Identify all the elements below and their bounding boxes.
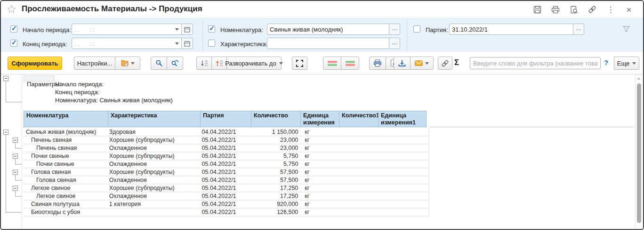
end-period-input[interactable] <box>72 38 193 49</box>
save-file-button[interactable] <box>394 57 411 70</box>
collapse-params-group-box[interactable] <box>3 76 8 81</box>
table-row[interactable]: Биоотходы с убоя05.04.2022/1126,500кг <box>24 208 429 216</box>
cell-qty: 17,250 <box>252 192 302 200</box>
highlight-red-green-button[interactable] <box>323 57 341 70</box>
vertical-scrollbar[interactable] <box>635 74 642 229</box>
find-next-button[interactable] <box>167 57 183 70</box>
column-header[interactable]: Единица измерения1 <box>378 111 427 127</box>
chevron-down-icon[interactable] <box>173 38 181 49</box>
collapse-groups-button[interactable] <box>211 57 227 70</box>
header-underline <box>429 127 634 127</box>
chevron-down-icon <box>279 62 283 65</box>
table-row[interactable]: Почки свиныеХорошее (субпродукты)05.04.2… <box>24 152 429 160</box>
tree-line <box>15 164 22 164</box>
save-icon[interactable] <box>532 5 542 14</box>
generate-button[interactable]: Сформировать <box>8 57 62 70</box>
nomenclature-input[interactable]: ... <box>267 24 400 35</box>
table-row[interactable]: Свиная полутуша1 категория05.04.2022/192… <box>24 200 429 208</box>
nomenclature-field[interactable] <box>267 24 389 34</box>
collapse-group-box[interactable] <box>13 154 18 159</box>
calendar-icon[interactable] <box>181 24 193 34</box>
collapse-group-box[interactable] <box>13 170 18 175</box>
expand-groups-icon <box>201 60 208 67</box>
start-period-field[interactable] <box>72 24 173 34</box>
search-group <box>151 57 183 70</box>
cell-unit1 <box>380 160 429 168</box>
characteristic-checkbox[interactable] <box>208 40 215 47</box>
preview-icon[interactable] <box>569 5 579 14</box>
column-header[interactable]: Количество1 <box>339 111 378 127</box>
report-area: Параметры: Начало периода: Конец периода… <box>1 74 643 229</box>
quick-filter-input[interactable] <box>470 57 601 69</box>
scroll-up-arrow-icon[interactable] <box>637 77 641 80</box>
cell-qty: 920,000 <box>252 200 302 208</box>
column-header[interactable]: Партия <box>200 111 251 127</box>
column-header[interactable]: Характеристика <box>108 111 201 127</box>
cell-unit: кг <box>302 128 341 136</box>
start-period-checkbox[interactable] <box>10 25 17 33</box>
green-red-bars-icon <box>345 60 355 67</box>
characteristic-lookup-button[interactable]: ... <box>389 38 400 49</box>
start-period-input[interactable] <box>72 24 193 35</box>
find-button[interactable] <box>151 57 167 70</box>
nomenclature-checkbox[interactable] <box>208 25 215 33</box>
cell-unit: кг <box>302 208 341 216</box>
more-icon[interactable]: ⋮ <box>606 5 615 14</box>
red-green-bars-icon <box>327 60 338 67</box>
column-header[interactable]: Номенклатура <box>24 111 108 127</box>
expand-to-button[interactable]: Разворачивать до <box>226 57 282 70</box>
report-window: Прослеживаемость Материалы -> Продукция … <box>0 0 644 230</box>
column-header[interactable]: Количество <box>251 111 301 127</box>
batch-input[interactable]: ... <box>449 24 584 35</box>
expand-groups-button[interactable] <box>196 57 212 70</box>
cell-name: Биоотходы с убоя <box>24 208 108 216</box>
batch-field[interactable] <box>450 24 573 34</box>
table-row[interactable]: Легкое свиноеХорошее (субпродукты)05.04.… <box>24 184 429 192</box>
parameter-line: Конец периода: <box>55 89 99 96</box>
more-actions-button[interactable]: Еще <box>614 57 639 70</box>
send-mail-button[interactable] <box>410 57 434 70</box>
get-link-icon[interactable] <box>588 5 597 14</box>
end-period-field[interactable] <box>72 38 173 49</box>
favorite-star-icon[interactable] <box>7 5 16 14</box>
cell-name: Свинья живая (молодняк) <box>24 128 108 136</box>
expand-to-label: Разворачивать до <box>225 60 276 67</box>
table-row[interactable]: Голова свинаяОхлажденное05.04.2022/157,5… <box>24 176 429 184</box>
report-variants-button[interactable] <box>115 57 140 70</box>
nomenclature-lookup-button[interactable]: ... <box>389 24 400 34</box>
print-button[interactable] <box>369 57 386 70</box>
collapse-group-box[interactable] <box>13 186 18 191</box>
table-row[interactable]: Почки свиныеОхлажденное05.04.2022/15,750… <box>24 160 429 168</box>
cell-batch: 05.04.2022/1 <box>201 160 252 168</box>
report-toolbar: Сформировать Настройки... Р <box>1 52 643 74</box>
characteristic-field[interactable] <box>267 38 389 49</box>
table-row[interactable]: Голова свинаяХорошее (субпродукты)05.04.… <box>24 168 429 176</box>
settings-button[interactable]: Настройки... <box>74 57 115 70</box>
collapse-group-box[interactable] <box>13 138 18 143</box>
table-row[interactable]: Печень свинаяХорошее (субпродукты)05.04.… <box>24 136 429 144</box>
report-link-button[interactable] <box>438 57 452 70</box>
column-header[interactable]: Единица измерения <box>300 111 339 127</box>
close-icon[interactable]: × <box>624 5 634 14</box>
collapse-group-box[interactable] <box>3 130 8 135</box>
help-button[interactable]: ? <box>604 58 608 66</box>
cell-batch: 05.04.2022/1 <box>201 144 252 152</box>
calendar-icon[interactable] <box>181 38 193 49</box>
scrollbar-thumb[interactable] <box>637 83 641 223</box>
batch-lookup-button[interactable]: ... <box>573 24 584 34</box>
characteristic-input[interactable]: ... <box>267 38 400 49</box>
highlight-green-red-button[interactable] <box>341 57 359 70</box>
print-icon[interactable] <box>551 5 560 14</box>
batch-checkbox[interactable] <box>413 25 420 33</box>
table-row[interactable]: Свинья живая (молодняк)Здоровая04.04.202… <box>24 128 429 136</box>
fullscreen-button[interactable] <box>292 57 307 70</box>
end-period-checkbox[interactable] <box>10 40 17 47</box>
filter-funnel-icon[interactable] <box>623 26 630 33</box>
tree-line <box>6 81 6 102</box>
chevron-down-icon[interactable] <box>173 24 181 34</box>
table-row[interactable]: Легкое свиноеОхлажденное05.04.2022/117,2… <box>24 192 429 200</box>
table-row[interactable]: Печень свинаяОхлажденное05.04.2022/123,0… <box>24 144 429 152</box>
sum-button[interactable]: Σ <box>454 58 459 67</box>
fullscreen-icon <box>296 60 303 67</box>
cell-qty: 5,750 <box>252 152 302 160</box>
